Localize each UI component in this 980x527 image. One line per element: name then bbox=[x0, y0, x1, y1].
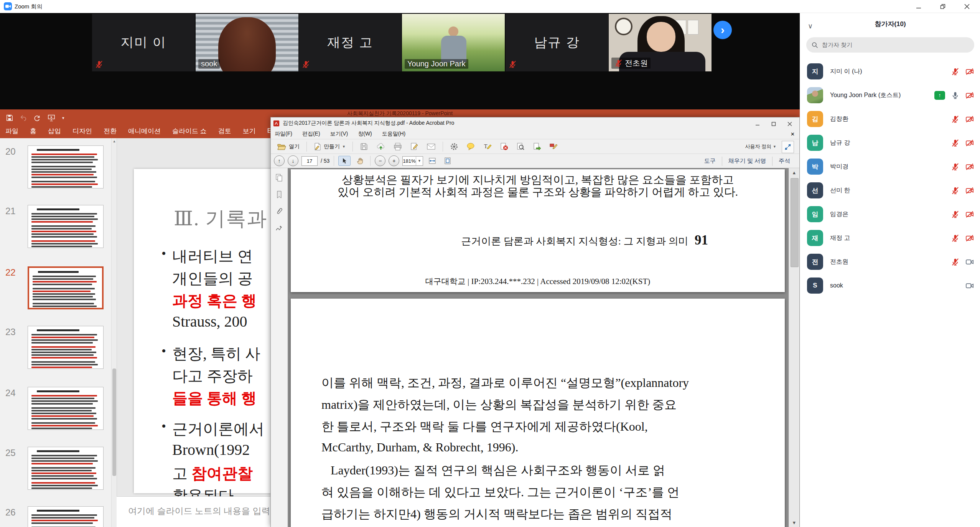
bookmarks-icon[interactable] bbox=[275, 190, 283, 199]
cloud-upload-icon[interactable] bbox=[374, 141, 388, 152]
fill-sign-button[interactable]: 채우기 및 서명 bbox=[722, 157, 772, 165]
ribbon-tab-4[interactable]: 디자인 bbox=[72, 127, 92, 135]
slide-thumbnail-21[interactable] bbox=[28, 205, 104, 248]
zoom-in-icon[interactable]: + bbox=[389, 155, 399, 166]
participant-row[interactable]: 전전초원 bbox=[800, 250, 980, 274]
menu-5[interactable]: 도움말(H) bbox=[382, 131, 405, 137]
slide-thumbnail-22[interactable] bbox=[28, 266, 104, 309]
fit-width-icon[interactable] bbox=[426, 156, 438, 166]
minimize-icon[interactable] bbox=[749, 117, 766, 130]
resize-arrows-icon[interactable] bbox=[782, 141, 794, 153]
select-tool-icon[interactable] bbox=[338, 156, 351, 166]
close-icon[interactable] bbox=[782, 117, 798, 130]
participant-row[interactable]: Ssook bbox=[800, 274, 980, 297]
hand-tool-icon[interactable] bbox=[354, 156, 366, 166]
signatures-icon[interactable] bbox=[275, 224, 283, 233]
attachments-icon[interactable] bbox=[275, 207, 283, 216]
slide-thumbnail-20[interactable] bbox=[28, 145, 104, 188]
doc-delete-icon[interactable] bbox=[497, 141, 511, 152]
slide-thumbnail-23[interactable] bbox=[28, 326, 104, 369]
menu-2[interactable]: 편집(E) bbox=[302, 131, 320, 137]
restore-icon[interactable] bbox=[932, 0, 954, 13]
menu-1[interactable]: 파일(F) bbox=[275, 131, 292, 137]
edit-pen-doc-icon[interactable] bbox=[408, 141, 421, 152]
ribbon-tab-3[interactable]: 삽입 bbox=[48, 127, 61, 135]
ribbon-tab-8[interactable]: 검토 bbox=[218, 127, 231, 135]
ribbon-tab-6[interactable]: 애니메이션 bbox=[128, 127, 161, 135]
ribbon-tab-5[interactable]: 전환 bbox=[104, 127, 117, 135]
scrollbar-thumb[interactable] bbox=[791, 178, 799, 267]
undo-icon[interactable] bbox=[20, 114, 27, 121]
participant-row[interactable]: Young Joon Park (호스트) ↑ bbox=[800, 83, 980, 107]
open-button[interactable]: 열기 bbox=[275, 142, 302, 152]
maximize-icon[interactable] bbox=[766, 117, 782, 130]
video-tile-3[interactable]: 재정 고 bbox=[299, 14, 402, 71]
acrobat-scrollbar[interactable]: ▲ ▼ bbox=[789, 168, 799, 527]
video-tile-5[interactable]: 남규 강 bbox=[506, 14, 608, 71]
more-participants-button[interactable]: › bbox=[713, 21, 732, 39]
document-view[interactable]: 상황분석은 필자가 보기에 지나치게 방임적이고, 복잡한 많은 요소들을 포함… bbox=[288, 168, 790, 527]
comment-button[interactable]: 주석 bbox=[772, 157, 796, 165]
customize-button[interactable]: 사용자 정의▼ bbox=[745, 139, 776, 154]
camera-off-icon bbox=[965, 234, 974, 243]
tools-button[interactable]: 도구 bbox=[698, 157, 722, 165]
scroll-down-icon[interactable]: ▼ bbox=[789, 518, 799, 527]
highlighter-icon[interactable]: T bbox=[481, 141, 494, 152]
ribbon-tab-7[interactable]: 슬라이드 쇼 bbox=[172, 127, 207, 135]
slide-text-line: 들을 통해 행 bbox=[172, 388, 257, 409]
video-tile-4[interactable]: Young Joon Park bbox=[402, 14, 505, 71]
ribbon-tab-1[interactable]: 파일 bbox=[5, 127, 18, 135]
acrobat-titlebar[interactable]: 김인숙2017근거이론 담론과 사회복지 지식형성.pdf - Adobe Ac… bbox=[271, 117, 799, 129]
scroll-up-icon[interactable]: ▲ bbox=[112, 138, 117, 144]
comment-balloon-icon[interactable] bbox=[464, 141, 478, 152]
participants-title: 참가자(10) bbox=[800, 20, 980, 28]
slideshow-icon[interactable] bbox=[48, 114, 55, 121]
fit-page-icon[interactable] bbox=[441, 156, 454, 166]
ribbon-tab-9[interactable]: 보기 bbox=[243, 127, 256, 135]
video-tile-2[interactable]: sook bbox=[196, 14, 298, 71]
envelope-icon[interactable] bbox=[424, 142, 438, 152]
gear-icon[interactable] bbox=[448, 141, 461, 152]
participant-row[interactable]: 김김창환 bbox=[800, 107, 980, 131]
ribbon-tab-2[interactable]: 홈 bbox=[30, 127, 36, 135]
printer-icon[interactable] bbox=[391, 141, 404, 152]
close-icon[interactable] bbox=[956, 0, 978, 13]
save-icon[interactable] bbox=[6, 114, 13, 121]
scrollbar-thumb[interactable] bbox=[112, 368, 116, 476]
zoom-out-icon[interactable]: − bbox=[375, 155, 385, 166]
redo-icon[interactable] bbox=[34, 114, 41, 121]
doc-export-icon[interactable] bbox=[530, 141, 544, 152]
zoom-app-icon bbox=[4, 2, 12, 10]
participant-row[interactable]: 선선미 한 bbox=[800, 178, 980, 202]
doc-search-icon[interactable] bbox=[514, 141, 527, 152]
save-disk-icon[interactable] bbox=[357, 141, 371, 152]
slide-thumbnail-25[interactable] bbox=[28, 447, 104, 490]
menu-3[interactable]: 보기(V) bbox=[330, 131, 348, 137]
next-page-icon[interactable]: ↓ bbox=[288, 155, 298, 166]
customize-qat-icon[interactable]: ▾ bbox=[62, 116, 64, 121]
scroll-up-icon[interactable]: ▲ bbox=[789, 168, 799, 177]
zoom-level-select[interactable]: 181%▼ bbox=[402, 156, 423, 166]
slide-thumbnail-26[interactable] bbox=[28, 506, 104, 527]
participant-row[interactable]: 박박미경 bbox=[800, 155, 980, 178]
participant-search-input[interactable]: 참가자 찾기 bbox=[806, 37, 974, 53]
minimize-icon[interactable] bbox=[908, 0, 929, 13]
slide-thumbnail-24[interactable] bbox=[28, 387, 104, 430]
video-tile-6[interactable]: 전초원 bbox=[609, 14, 712, 71]
page-thumbnails-icon[interactable] bbox=[275, 173, 283, 182]
thumbnail-scrollbar[interactable]: ▲ bbox=[111, 138, 117, 527]
participant-row[interactable]: 지지미 이 (나) bbox=[800, 59, 980, 83]
participant-name: 남규 강 bbox=[830, 131, 850, 155]
zoom-titlebar[interactable]: Zoom 회의 bbox=[0, 0, 980, 13]
doc-edit-red-icon[interactable] bbox=[547, 141, 560, 152]
close-document-icon[interactable]: ✕ bbox=[791, 129, 795, 139]
participant-row[interactable]: 임임경은 bbox=[800, 202, 980, 226]
mic-off-icon bbox=[951, 162, 960, 171]
create-button[interactable]: 만들기▼ bbox=[311, 141, 348, 152]
participant-row[interactable]: 재재정 고 bbox=[800, 226, 980, 250]
page-number-input[interactable]: 17 bbox=[301, 156, 318, 166]
participant-row[interactable]: 남남규 강 bbox=[800, 131, 980, 155]
previous-page-icon[interactable]: ↑ bbox=[274, 155, 285, 166]
menu-4[interactable]: 창(W) bbox=[358, 131, 372, 137]
video-tile-1[interactable]: 지미 이 bbox=[92, 14, 195, 71]
